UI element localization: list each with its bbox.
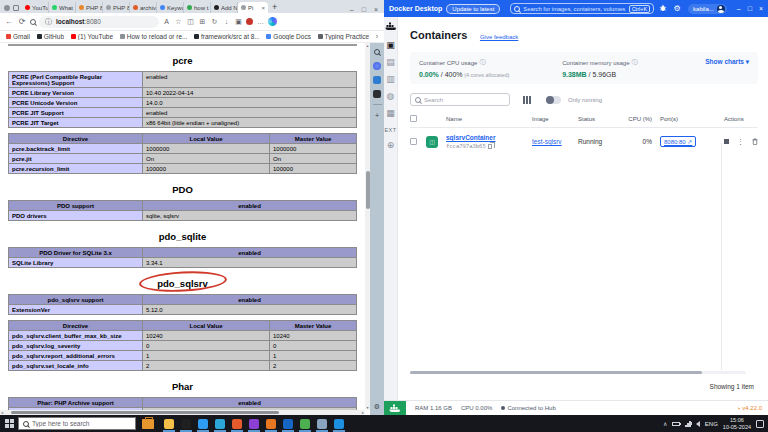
col-image[interactable]: Image [532,116,578,122]
show-charts-button[interactable]: Show charts ▾ [705,58,749,78]
container-search-input[interactable] [424,97,505,103]
history-icon[interactable]: ↻ [210,18,219,26]
tab-close-icon[interactable]: × [261,5,265,11]
terminal-icon[interactable] [177,415,194,432]
more-actions-icon[interactable]: ⋮ [737,138,744,146]
briefcase-app-icon[interactable] [142,419,154,429]
stop-container-icon[interactable] [724,139,729,144]
sidebar-app-icon-2[interactable] [373,76,381,84]
nav-volumes-icon[interactable]: ▥ [386,74,395,84]
give-feedback-link[interactable]: Give feedback [480,34,518,40]
only-running-toggle[interactable] [546,96,561,104]
browser-tab[interactable]: how t [184,2,211,13]
taskbar-search-box[interactable] [18,417,136,430]
nav-dev-environments-icon[interactable]: ▦ [386,108,395,118]
copilot-icon[interactable] [268,17,277,26]
version-indicator[interactable]: ◔v4.22.0 [736,405,762,412]
nav-builds-icon[interactable]: ◍ [387,91,395,101]
delete-container-icon[interactable] [752,138,758,146]
outlook-icon[interactable] [279,415,296,432]
col-cpu[interactable]: CPU (%) [624,116,660,122]
new-tab-button[interactable]: + [268,2,281,13]
taskbar-search-input[interactable] [32,420,131,427]
engine-running-icon[interactable] [384,401,406,415]
docker-whale-icon[interactable] [330,415,347,432]
start-button[interactable] [0,419,18,428]
minimize-button[interactable]: – [350,6,354,13]
minimize-button[interactable]: – [737,5,741,12]
update-to-latest-button[interactable]: Update to latest [446,4,500,14]
user-account-button[interactable]: kabila... [688,4,727,14]
favorite-star-icon[interactable]: ☆ [174,18,183,26]
sidebar-search-icon[interactable] [373,48,381,56]
read-aloud-icon[interactable]: A [162,18,171,25]
maximize-button[interactable]: □ [362,6,366,13]
browser-tab[interactable]: What [49,2,76,13]
bookmark-item[interactable]: (1) YouTube [71,33,113,40]
volume-icon[interactable] [696,421,700,427]
bookmark-item[interactable]: framework/src at 8... [194,33,259,40]
sidebar-add-icon[interactable]: + [373,111,381,119]
split-screen-icon[interactable]: ◫ [186,18,195,26]
docker-global-search[interactable]: Ctrl+K [510,3,654,14]
nav-containers-icon[interactable]: ▣ [386,40,395,50]
docker-horizontal-scrollbar[interactable] [410,371,746,374]
purple-app-icon[interactable] [245,415,262,432]
collections-icon[interactable]: ⊞ [198,18,207,26]
bookmark-item[interactable]: GitHub [37,33,64,40]
edge-icon[interactable] [211,415,228,432]
browser-tab[interactable]: Add N [211,2,238,13]
browser-tab[interactable]: YouTu [22,2,49,13]
close-button[interactable]: × [759,5,763,12]
col-ports[interactable]: Port(s) [660,116,716,122]
add-extension-icon[interactable]: ⊕ [387,140,395,150]
image-link[interactable]: test-sqlsrv [532,138,562,145]
bug-report-icon[interactable] [658,4,668,14]
sidebar-app-icon-3[interactable] [373,90,381,98]
search-icon[interactable] [30,19,36,25]
language-indicator[interactable]: ENG [705,421,718,427]
workspaces-icon[interactable] [4,5,10,11]
settings-gear-icon[interactable]: ⚙ [672,4,682,13]
maximize-button[interactable]: □ [748,5,752,12]
tab-actions-icon[interactable] [13,5,19,11]
sidebar-app-icon-1[interactable] [373,62,381,70]
address-bar[interactable]: ⓘ localhost:8080 [39,16,159,28]
row-checkbox[interactable] [410,138,417,145]
bookmark-item[interactable]: How to reload or re... [120,33,187,40]
bookmark-item[interactable]: Gmail [6,33,30,40]
port-link[interactable]: 8080:80 ↗ [660,136,696,147]
green-app-icon[interactable] [296,415,313,432]
red-app-icon[interactable] [228,415,245,432]
hidden-icons-chevron[interactable]: ∧ [663,420,667,427]
container-search-field[interactable] [410,93,510,106]
downloads-icon[interactable]: ↓ [222,18,231,25]
refresh-icon[interactable]: ⟳ [17,17,27,26]
action-center-icon[interactable] [756,420,764,428]
sidebar-settings-icon[interactable]: ⚙ [373,403,381,411]
adblock-extension-icon[interactable] [246,18,253,25]
clock[interactable]: 15:06 10-05-2024 [723,417,751,431]
browser-tab[interactable]: Pi× [238,2,268,13]
scrollbar-thumb[interactable] [410,371,702,374]
nav-images-icon[interactable]: ▤ [386,57,395,67]
screenshot-icon[interactable]: ▣ [234,18,243,26]
bookmark-item[interactable]: Typing Practice [318,33,369,40]
col-status[interactable]: Status [578,116,624,122]
copy-icon[interactable] [488,144,492,149]
column-settings-icon[interactable] [523,96,531,104]
vertical-scrollbar-thumb[interactable] [366,171,370,209]
more-options-icon[interactable]: … [256,18,265,25]
info-icon[interactable]: ⓘ [632,58,638,67]
vscode-icon[interactable] [194,415,211,432]
docker-search-input[interactable] [523,6,625,12]
browser-tab[interactable]: archiv [130,2,157,13]
file-explorer-icon[interactable] [160,415,177,432]
orange-app-icon[interactable] [262,415,279,432]
browser-tab[interactable]: Keywo [157,2,184,13]
site-info-icon[interactable]: ⓘ [44,17,53,27]
bookmarks-overflow-icon[interactable]: › [376,33,378,40]
close-button[interactable]: × [374,6,378,13]
select-all-checkbox[interactable] [410,115,417,122]
horizontal-scrollbar-thumb[interactable] [11,411,279,414]
